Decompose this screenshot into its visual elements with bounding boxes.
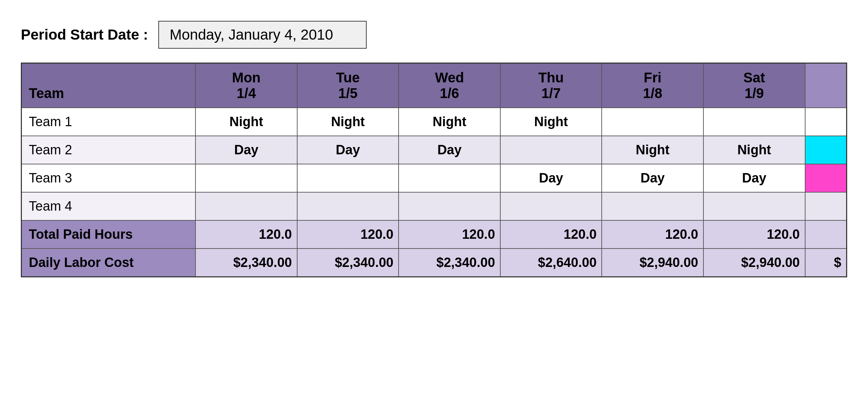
schedule-cell: Night <box>602 136 703 164</box>
daily-cost-tue: $2,340.00 <box>297 249 399 277</box>
period-start-row: Period Start Date : Monday, January 4, 2… <box>21 21 847 49</box>
daily-cost-overflow: $ <box>805 249 847 277</box>
daily-cost-thu: $2,640.00 <box>500 249 602 277</box>
table-row: Team 1 Night Night Night Night <box>22 108 847 136</box>
schedule-table: Team Mon 1/4 Tue 1/5 Wed 1/6 Thu 1/7 Fri… <box>21 63 847 277</box>
schedule-cell <box>703 108 805 136</box>
team-name: Team 3 <box>22 164 196 192</box>
period-label: Period Start Date : <box>21 26 148 43</box>
schedule-cell: Day <box>195 136 297 164</box>
daily-cost-label: Daily Labor Cost <box>22 249 196 277</box>
total-hours-sat: 120.0 <box>703 220 805 249</box>
period-value[interactable]: Monday, January 4, 2010 <box>158 21 367 49</box>
schedule-cell: Day <box>297 136 399 164</box>
table-row: Team 4 <box>22 192 847 220</box>
total-hours-wed: 120.0 <box>399 220 500 249</box>
overflow-header <box>805 63 847 108</box>
team-column-header: Team <box>22 63 196 108</box>
schedule-cell <box>297 164 399 192</box>
schedule-cell: Day <box>703 164 805 192</box>
total-hours-overflow <box>805 220 847 249</box>
fri-header: Fri 1/8 <box>602 63 703 108</box>
total-hours-tue: 120.0 <box>297 220 399 249</box>
schedule-cell <box>805 108 847 136</box>
schedule-cell: Day <box>602 164 703 192</box>
schedule-cell <box>805 192 847 220</box>
daily-cost-wed: $2,340.00 <box>399 249 500 277</box>
schedule-cell: Night <box>195 108 297 136</box>
daily-cost-fri: $2,940.00 <box>602 249 703 277</box>
table-header-row: Team Mon 1/4 Tue 1/5 Wed 1/6 Thu 1/7 Fri… <box>22 63 847 108</box>
schedule-cell <box>703 192 805 220</box>
schedule-cell <box>602 108 703 136</box>
schedule-cell <box>805 164 847 192</box>
wed-header: Wed 1/6 <box>399 63 500 108</box>
schedule-cell: Night <box>500 108 602 136</box>
daily-cost-mon: $2,340.00 <box>195 249 297 277</box>
mon-header: Mon 1/4 <box>195 63 297 108</box>
total-hours-mon: 120.0 <box>195 220 297 249</box>
schedule-cell <box>500 192 602 220</box>
schedule-cell <box>195 192 297 220</box>
schedule-cell: Night <box>703 136 805 164</box>
team-name: Team 1 <box>22 108 196 136</box>
table-row: Team 3 Day Day Day <box>22 164 847 192</box>
sat-header: Sat 1/9 <box>703 63 805 108</box>
team-name: Team 4 <box>22 192 196 220</box>
schedule-cell <box>297 192 399 220</box>
daily-cost-sat: $2,940.00 <box>703 249 805 277</box>
schedule-cell <box>805 136 847 164</box>
schedule-cell: Day <box>399 136 500 164</box>
total-hours-label: Total Paid Hours <box>22 220 196 249</box>
table-row: Team 2 Day Day Day Night Night <box>22 136 847 164</box>
tue-header: Tue 1/5 <box>297 63 399 108</box>
total-hours-thu: 120.0 <box>500 220 602 249</box>
thu-header: Thu 1/7 <box>500 63 602 108</box>
schedule-cell: Night <box>297 108 399 136</box>
schedule-cell <box>195 164 297 192</box>
schedule-cell: Night <box>399 108 500 136</box>
schedule-cell <box>602 192 703 220</box>
schedule-cell: Day <box>500 164 602 192</box>
daily-cost-row: Daily Labor Cost $2,340.00 $2,340.00 $2,… <box>22 249 847 277</box>
schedule-cell <box>399 164 500 192</box>
total-hours-row: Total Paid Hours 120.0 120.0 120.0 120.0… <box>22 220 847 249</box>
team-name: Team 2 <box>22 136 196 164</box>
schedule-cell <box>500 136 602 164</box>
total-hours-fri: 120.0 <box>602 220 703 249</box>
schedule-cell <box>399 192 500 220</box>
